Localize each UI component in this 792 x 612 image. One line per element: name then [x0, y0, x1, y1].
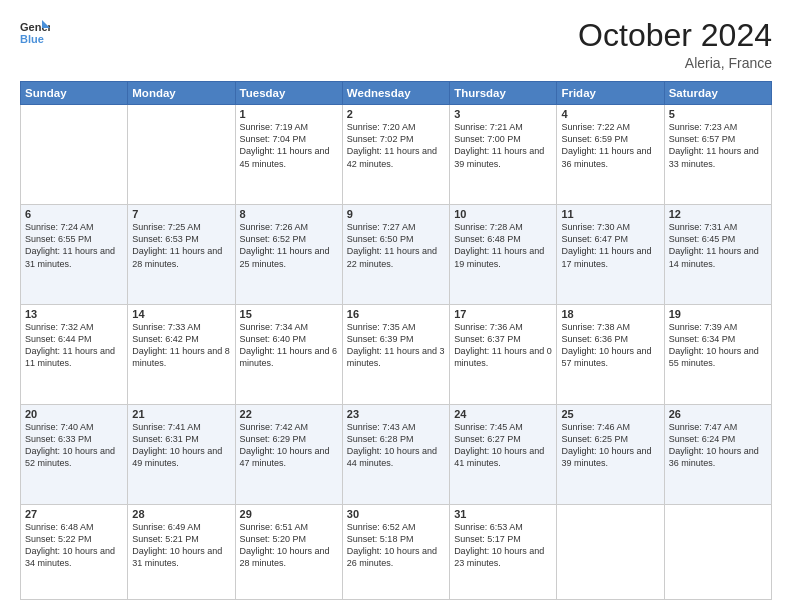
col-wednesday: Wednesday — [342, 82, 449, 105]
col-thursday: Thursday — [450, 82, 557, 105]
table-row: 10Sunrise: 7:28 AM Sunset: 6:48 PM Dayli… — [450, 205, 557, 305]
table-row: 23Sunrise: 7:43 AM Sunset: 6:28 PM Dayli… — [342, 404, 449, 504]
logo-icon: General Blue — [20, 18, 50, 46]
day-number: 5 — [669, 108, 767, 120]
table-row: 20Sunrise: 7:40 AM Sunset: 6:33 PM Dayli… — [21, 404, 128, 504]
day-number: 28 — [132, 508, 230, 520]
table-row — [664, 504, 771, 599]
day-number: 12 — [669, 208, 767, 220]
day-number: 18 — [561, 308, 659, 320]
day-number: 11 — [561, 208, 659, 220]
table-row: 7Sunrise: 7:25 AM Sunset: 6:53 PM Daylig… — [128, 205, 235, 305]
table-row: 6Sunrise: 7:24 AM Sunset: 6:55 PM Daylig… — [21, 205, 128, 305]
day-info: Sunrise: 7:40 AM Sunset: 6:33 PM Dayligh… — [25, 421, 123, 470]
table-row: 24Sunrise: 7:45 AM Sunset: 6:27 PM Dayli… — [450, 404, 557, 504]
day-info: Sunrise: 7:45 AM Sunset: 6:27 PM Dayligh… — [454, 421, 552, 470]
day-info: Sunrise: 7:34 AM Sunset: 6:40 PM Dayligh… — [240, 321, 338, 370]
calendar-week-row: 6Sunrise: 7:24 AM Sunset: 6:55 PM Daylig… — [21, 205, 772, 305]
table-row — [21, 105, 128, 205]
day-info: Sunrise: 7:21 AM Sunset: 7:00 PM Dayligh… — [454, 121, 552, 170]
day-number: 23 — [347, 408, 445, 420]
day-number: 6 — [25, 208, 123, 220]
day-info: Sunrise: 7:32 AM Sunset: 6:44 PM Dayligh… — [25, 321, 123, 370]
day-info: Sunrise: 7:47 AM Sunset: 6:24 PM Dayligh… — [669, 421, 767, 470]
day-number: 21 — [132, 408, 230, 420]
table-row — [557, 504, 664, 599]
day-number: 16 — [347, 308, 445, 320]
col-tuesday: Tuesday — [235, 82, 342, 105]
table-row: 29Sunrise: 6:51 AM Sunset: 5:20 PM Dayli… — [235, 504, 342, 599]
calendar-week-row: 1Sunrise: 7:19 AM Sunset: 7:04 PM Daylig… — [21, 105, 772, 205]
table-row: 25Sunrise: 7:46 AM Sunset: 6:25 PM Dayli… — [557, 404, 664, 504]
calendar-table: Sunday Monday Tuesday Wednesday Thursday… — [20, 81, 772, 600]
day-number: 17 — [454, 308, 552, 320]
day-number: 8 — [240, 208, 338, 220]
day-info: Sunrise: 6:53 AM Sunset: 5:17 PM Dayligh… — [454, 521, 552, 570]
day-info: Sunrise: 7:33 AM Sunset: 6:42 PM Dayligh… — [132, 321, 230, 370]
day-info: Sunrise: 7:43 AM Sunset: 6:28 PM Dayligh… — [347, 421, 445, 470]
day-info: Sunrise: 7:23 AM Sunset: 6:57 PM Dayligh… — [669, 121, 767, 170]
col-sunday: Sunday — [21, 82, 128, 105]
day-info: Sunrise: 7:39 AM Sunset: 6:34 PM Dayligh… — [669, 321, 767, 370]
day-info: Sunrise: 7:19 AM Sunset: 7:04 PM Dayligh… — [240, 121, 338, 170]
day-number: 25 — [561, 408, 659, 420]
table-row: 11Sunrise: 7:30 AM Sunset: 6:47 PM Dayli… — [557, 205, 664, 305]
calendar-week-row: 20Sunrise: 7:40 AM Sunset: 6:33 PM Dayli… — [21, 404, 772, 504]
col-monday: Monday — [128, 82, 235, 105]
day-info: Sunrise: 7:41 AM Sunset: 6:31 PM Dayligh… — [132, 421, 230, 470]
page: General Blue October 2024 Aleria, France… — [0, 0, 792, 612]
day-number: 4 — [561, 108, 659, 120]
day-number: 30 — [347, 508, 445, 520]
day-info: Sunrise: 7:35 AM Sunset: 6:39 PM Dayligh… — [347, 321, 445, 370]
table-row: 5Sunrise: 7:23 AM Sunset: 6:57 PM Daylig… — [664, 105, 771, 205]
calendar-week-row: 27Sunrise: 6:48 AM Sunset: 5:22 PM Dayli… — [21, 504, 772, 599]
day-number: 15 — [240, 308, 338, 320]
day-info: Sunrise: 7:24 AM Sunset: 6:55 PM Dayligh… — [25, 221, 123, 270]
table-row — [128, 105, 235, 205]
day-info: Sunrise: 7:28 AM Sunset: 6:48 PM Dayligh… — [454, 221, 552, 270]
col-friday: Friday — [557, 82, 664, 105]
day-info: Sunrise: 6:49 AM Sunset: 5:21 PM Dayligh… — [132, 521, 230, 570]
month-title: October 2024 — [578, 18, 772, 53]
day-number: 7 — [132, 208, 230, 220]
day-info: Sunrise: 7:36 AM Sunset: 6:37 PM Dayligh… — [454, 321, 552, 370]
calendar-header-row: Sunday Monday Tuesday Wednesday Thursday… — [21, 82, 772, 105]
day-number: 13 — [25, 308, 123, 320]
location: Aleria, France — [578, 55, 772, 71]
table-row: 17Sunrise: 7:36 AM Sunset: 6:37 PM Dayli… — [450, 304, 557, 404]
day-info: Sunrise: 7:42 AM Sunset: 6:29 PM Dayligh… — [240, 421, 338, 470]
day-number: 3 — [454, 108, 552, 120]
table-row: 9Sunrise: 7:27 AM Sunset: 6:50 PM Daylig… — [342, 205, 449, 305]
day-info: Sunrise: 6:51 AM Sunset: 5:20 PM Dayligh… — [240, 521, 338, 570]
header: General Blue October 2024 Aleria, France — [20, 18, 772, 71]
col-saturday: Saturday — [664, 82, 771, 105]
table-row: 26Sunrise: 7:47 AM Sunset: 6:24 PM Dayli… — [664, 404, 771, 504]
table-row: 14Sunrise: 7:33 AM Sunset: 6:42 PM Dayli… — [128, 304, 235, 404]
table-row: 27Sunrise: 6:48 AM Sunset: 5:22 PM Dayli… — [21, 504, 128, 599]
table-row: 21Sunrise: 7:41 AM Sunset: 6:31 PM Dayli… — [128, 404, 235, 504]
day-number: 24 — [454, 408, 552, 420]
table-row: 12Sunrise: 7:31 AM Sunset: 6:45 PM Dayli… — [664, 205, 771, 305]
day-number: 29 — [240, 508, 338, 520]
day-info: Sunrise: 6:52 AM Sunset: 5:18 PM Dayligh… — [347, 521, 445, 570]
table-row: 15Sunrise: 7:34 AM Sunset: 6:40 PM Dayli… — [235, 304, 342, 404]
calendar-week-row: 13Sunrise: 7:32 AM Sunset: 6:44 PM Dayli… — [21, 304, 772, 404]
table-row: 28Sunrise: 6:49 AM Sunset: 5:21 PM Dayli… — [128, 504, 235, 599]
day-number: 31 — [454, 508, 552, 520]
table-row: 16Sunrise: 7:35 AM Sunset: 6:39 PM Dayli… — [342, 304, 449, 404]
day-number: 19 — [669, 308, 767, 320]
day-info: Sunrise: 7:38 AM Sunset: 6:36 PM Dayligh… — [561, 321, 659, 370]
table-row: 30Sunrise: 6:52 AM Sunset: 5:18 PM Dayli… — [342, 504, 449, 599]
table-row: 22Sunrise: 7:42 AM Sunset: 6:29 PM Dayli… — [235, 404, 342, 504]
day-number: 9 — [347, 208, 445, 220]
day-info: Sunrise: 7:30 AM Sunset: 6:47 PM Dayligh… — [561, 221, 659, 270]
table-row: 2Sunrise: 7:20 AM Sunset: 7:02 PM Daylig… — [342, 105, 449, 205]
day-number: 27 — [25, 508, 123, 520]
table-row: 13Sunrise: 7:32 AM Sunset: 6:44 PM Dayli… — [21, 304, 128, 404]
day-number: 20 — [25, 408, 123, 420]
table-row: 8Sunrise: 7:26 AM Sunset: 6:52 PM Daylig… — [235, 205, 342, 305]
day-info: Sunrise: 6:48 AM Sunset: 5:22 PM Dayligh… — [25, 521, 123, 570]
table-row: 18Sunrise: 7:38 AM Sunset: 6:36 PM Dayli… — [557, 304, 664, 404]
table-row: 31Sunrise: 6:53 AM Sunset: 5:17 PM Dayli… — [450, 504, 557, 599]
day-number: 2 — [347, 108, 445, 120]
